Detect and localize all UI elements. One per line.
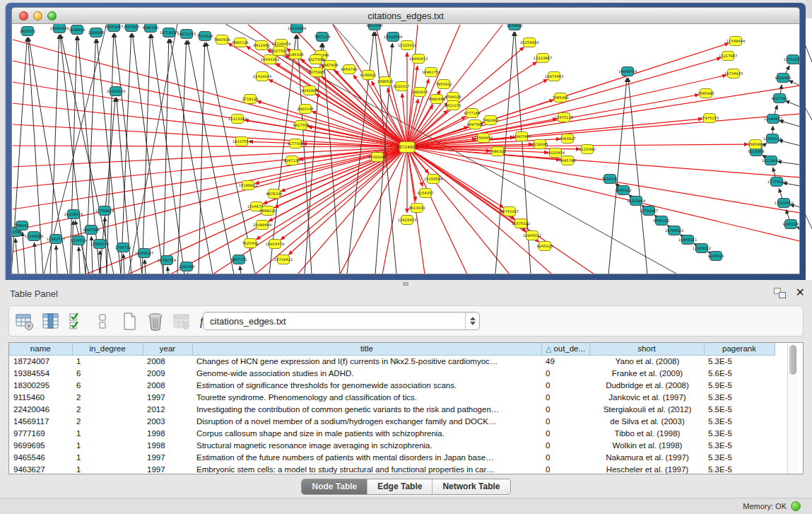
black-edge[interactable] [145, 259, 146, 274]
column-header-out_de[interactable]: △out_de... [541, 343, 589, 355]
cell-name[interactable]: 14569117 [9, 415, 72, 427]
cell-in_degree[interactable]: 1 [72, 355, 143, 367]
tab-edge-table[interactable]: Edge Table [367, 479, 433, 494]
black-edge[interactable] [779, 121, 800, 127]
cell-title[interactable]: Investigating the contribution of common… [192, 403, 541, 415]
cell-year[interactable]: 2008 [143, 355, 192, 367]
show-columns-icon[interactable] [41, 311, 61, 332]
black-edge[interactable] [71, 221, 73, 274]
black-edge[interactable] [56, 245, 57, 274]
cell-out_de[interactable]: 49 [541, 355, 589, 367]
black-edge[interactable] [333, 24, 368, 64]
cell-out_de[interactable]: 0 [541, 427, 589, 439]
black-edge[interactable] [78, 247, 80, 274]
cell-year[interactable]: 2008 [143, 379, 192, 391]
memory-ok-icon[interactable] [791, 501, 801, 511]
stacked-squares-icon[interactable] [93, 311, 113, 332]
window-titlebar[interactable]: citations_edges.txt [12, 8, 799, 24]
cell-year[interactable]: 1997 [143, 463, 192, 474]
cell-pagerank[interactable]: 5.3E-5 [704, 439, 775, 451]
cell-pagerank[interactable]: 5.9E-5 [704, 379, 775, 391]
cell-in_degree[interactable]: 6 [72, 379, 143, 391]
table-row[interactable]: 969969511998Structural magnetic resonanc… [9, 439, 775, 451]
cell-pagerank[interactable]: 5.5E-5 [704, 403, 775, 415]
cell-short[interactable]: Wolkin et al. (1998) [589, 439, 704, 451]
cell-name[interactable]: 9465546 [9, 451, 72, 463]
cell-name[interactable]: 22420046 [9, 403, 72, 415]
cell-name[interactable]: 9699695 [9, 439, 72, 451]
cell-year[interactable]: 1998 [143, 427, 192, 439]
cell-title[interactable]: Genome-wide association studies in ADHD. [192, 367, 541, 379]
delete-column-icon[interactable] [146, 311, 165, 332]
table-row[interactable]: 1456911722003Disruption of a novel membe… [9, 415, 775, 427]
cell-short[interactable]: Dudbridge et al. (2008) [589, 379, 704, 391]
black-edge[interactable] [132, 33, 163, 274]
black-edge[interactable] [123, 254, 124, 274]
table-row[interactable]: 1830029562008Estimation of significance … [9, 379, 775, 391]
table-row[interactable]: 2242004622012Investigating the contribut… [9, 403, 775, 415]
table-row[interactable]: 1872400712008Changes of HCN gene express… [9, 355, 775, 367]
table-row[interactable]: 977716911998Corpus callosum shape and si… [9, 427, 775, 439]
black-edge[interactable] [323, 43, 340, 274]
black-edge[interactable] [34, 243, 36, 274]
cell-short[interactable]: Tibbo et al. (1998) [589, 427, 704, 439]
red-edge[interactable] [340, 147, 407, 274]
cell-name[interactable]: 9463627 [9, 463, 72, 474]
column-header-in_degree[interactable]: in_degree [72, 343, 143, 355]
red-edge[interactable] [407, 147, 416, 201]
cell-name[interactable]: 18724007 [9, 355, 72, 367]
cell-in_degree[interactable]: 2 [72, 403, 143, 415]
new-column-icon[interactable] [119, 311, 139, 332]
red-edge[interactable] [13, 40, 407, 147]
float-panel-icon[interactable] [774, 288, 786, 298]
table-row[interactable]: 946554611997Estimation of the future num… [9, 451, 775, 463]
cell-year[interactable]: 1997 [143, 451, 192, 463]
black-edge[interactable] [777, 161, 800, 165]
table-row[interactable]: 1938455462009Genome-wide association stu… [9, 367, 775, 379]
tab-node-table[interactable]: Node Table [302, 479, 367, 494]
cell-short[interactable]: Jankovic et al. (1997) [589, 391, 704, 403]
cell-in_degree[interactable]: 1 [72, 427, 143, 439]
cell-name[interactable]: 9115460 [9, 391, 72, 403]
cell-out_de[interactable]: 0 [541, 367, 589, 379]
cell-title[interactable]: Disruption of a novel member of a sodium… [192, 415, 541, 427]
black-edge[interactable] [177, 40, 187, 274]
cell-pagerank[interactable]: 5.3E-5 [704, 463, 775, 474]
cell-out_de[interactable]: 0 [541, 391, 589, 403]
cell-year[interactable]: 2003 [143, 415, 192, 427]
cell-short[interactable]: Yano et al. (2008) [589, 355, 704, 367]
black-edge[interactable] [12, 37, 27, 274]
cell-pagerank[interactable]: 5.3E-5 [704, 451, 775, 463]
cell-in_degree[interactable]: 6 [72, 367, 143, 379]
cell-title[interactable]: Structural magnetic resonance image aver… [192, 439, 541, 451]
black-edge[interactable] [170, 39, 213, 274]
black-edge[interactable] [86, 39, 96, 274]
cell-pagerank[interactable]: 5.3E-5 [704, 355, 775, 367]
black-edge[interactable] [785, 100, 800, 107]
table-scrollbar[interactable] [787, 343, 798, 474]
cell-out_de[interactable]: 0 [541, 439, 589, 451]
black-edge[interactable] [167, 267, 168, 274]
black-edge[interactable] [142, 34, 151, 274]
tab-network-table[interactable]: Network Table [433, 479, 510, 494]
column-header-year[interactable]: year [143, 343, 192, 355]
cell-year[interactable]: 1997 [143, 391, 192, 403]
network-canvas[interactable]: 1872400724055722069140619389192316085105… [12, 24, 799, 274]
cell-out_de[interactable]: 0 [541, 415, 589, 427]
cell-year[interactable]: 2009 [143, 367, 192, 379]
scrollbar-thumb[interactable] [789, 345, 796, 375]
cell-title[interactable]: Changes of HCN gene expression and I(f) … [192, 355, 541, 367]
table-mode-icon[interactable] [15, 311, 35, 332]
black-edge[interactable] [789, 81, 800, 86]
cell-short[interactable]: Hescheler et al. (1997) [589, 463, 704, 474]
cell-pagerank[interactable]: 5.3E-5 [704, 391, 775, 403]
table-row[interactable]: 911546021997Tourette syndrome. Phenomeno… [9, 391, 775, 403]
cell-out_de[interactable]: 0 [541, 463, 589, 474]
table-row[interactable]: 946362711997Embryonic stem cells: a mode… [9, 463, 775, 474]
column-header-short[interactable]: short [589, 343, 704, 355]
cell-year[interactable]: 2012 [143, 403, 192, 415]
cell-in_degree[interactable]: 2 [72, 415, 143, 427]
cell-in_degree[interactable]: 1 [72, 463, 143, 474]
cell-title[interactable]: Estimation of significance thresholds fo… [192, 379, 541, 391]
cell-out_de[interactable]: 0 [541, 451, 589, 463]
